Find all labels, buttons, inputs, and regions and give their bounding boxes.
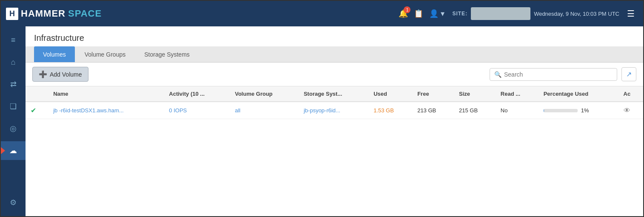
- document-icon-btn[interactable]: 📋: [414, 9, 423, 18]
- user-icon-btn[interactable]: 👤 ▾: [429, 9, 445, 18]
- col-storage-syst: Storage Syst...: [299, 86, 368, 102]
- export-button[interactable]: ↗: [621, 67, 636, 81]
- row-name: jb -r6id-testDSX1.aws.ham...: [48, 102, 164, 119]
- table-header-row: Name Activity (10 ... Volume Group Stora…: [26, 86, 643, 102]
- sidebar-item-shuffle[interactable]: ⇄: [1, 75, 26, 94]
- site-datetime: Wednesday, 9 Nov, 10:03 PM UTC: [534, 11, 619, 17]
- row-status: ✔: [26, 102, 48, 119]
- layers-icon: ❏: [10, 102, 17, 111]
- hamburger-menu[interactable]: ☰: [624, 7, 638, 20]
- col-activity: Activity (10 ...: [164, 86, 230, 102]
- header-icons: 🔔 1 📋 👤 ▾: [399, 9, 445, 18]
- logo-icon: H: [6, 8, 18, 20]
- col-free: Free: [412, 86, 454, 102]
- main-body: ≡ ⌂ ⇄ ❏ ◎ ☁ ⚙ Infrast: [1, 26, 643, 216]
- sidebar-item-settings[interactable]: ⚙: [1, 193, 26, 212]
- row-size: 215 GB: [454, 102, 496, 119]
- row-activity: 0 IOPS: [164, 102, 230, 119]
- size-value: 215 GB: [459, 107, 478, 114]
- notification-bell[interactable]: 🔔 1: [399, 9, 408, 18]
- tab-volume-groups[interactable]: Volume Groups: [76, 46, 135, 62]
- tab-storage-systems[interactable]: Storage Systems: [135, 46, 199, 62]
- status-ok-icon: ✔: [31, 107, 36, 114]
- volume-name-suffix[interactable]: -r6id-testDSX1.aws.ham...: [59, 107, 124, 114]
- storage-syst-link[interactable]: jb-psyop-r6id...: [304, 107, 340, 114]
- col-read: Read ...: [496, 86, 539, 102]
- plus-icon: ➕: [39, 70, 47, 78]
- notification-badge: 1: [404, 6, 410, 13]
- row-percentage: 1%: [539, 102, 618, 119]
- progress-bar-fill: [544, 109, 544, 112]
- col-status: [26, 86, 48, 102]
- logo-hammer: HAMMER: [21, 8, 66, 19]
- row-read: No: [496, 102, 539, 119]
- search-input[interactable]: [504, 71, 613, 78]
- search-box: 🔍: [490, 68, 617, 81]
- row-storage-syst: jb-psyop-r6id...: [299, 102, 368, 119]
- row-used: 1.53 GB: [368, 102, 412, 119]
- col-percentage: Percentage Used: [539, 86, 618, 102]
- col-used: Used: [368, 86, 412, 102]
- storage-icon: ☁: [9, 146, 17, 155]
- sidebar-item-layers[interactable]: ❏: [1, 97, 26, 116]
- view-icon[interactable]: 👁: [624, 107, 630, 114]
- logo-space: SPACE: [68, 8, 102, 19]
- volumes-table: Name Activity (10 ... Volume Group Stora…: [26, 86, 643, 119]
- site-label: SITE:: [452, 11, 467, 17]
- toolbar: ➕ Add Volume 🔍 ↗: [26, 63, 643, 86]
- content-area: Infrastructure Volumes Volume Groups Sto…: [26, 26, 643, 216]
- page-title: Infrastructure: [34, 33, 635, 43]
- sidebar-item-target[interactable]: ◎: [1, 119, 26, 138]
- logo-area: H HAMMER SPACE: [6, 8, 394, 20]
- tab-volumes[interactable]: Volumes: [34, 46, 75, 62]
- col-name: Name: [48, 86, 164, 102]
- free-value: 213 GB: [417, 107, 436, 114]
- menu-icon: ≡: [11, 36, 16, 45]
- tabs-bar: Volumes Volume Groups Storage Systems: [26, 46, 643, 63]
- table-row: ✔ jb -r6id-testDSX1.aws.ham... 0 IOPS al…: [26, 102, 643, 119]
- settings-icon: ⚙: [10, 198, 17, 207]
- export-icon: ↗: [626, 71, 632, 78]
- activity-link[interactable]: 0 IOPS: [169, 107, 187, 114]
- sidebar-item-menu[interactable]: ≡: [1, 31, 26, 49]
- add-volume-label: Add Volume: [50, 71, 82, 78]
- target-icon: ◎: [10, 124, 17, 133]
- shuffle-icon: ⇄: [10, 80, 17, 89]
- percentage-cell: 1%: [544, 107, 613, 114]
- sidebar-item-home[interactable]: ⌂: [1, 53, 26, 71]
- row-actions: 👁: [618, 102, 643, 119]
- active-arrow-indicator: [1, 146, 5, 155]
- site-section: SITE: Wednesday, 9 Nov, 10:03 PM UTC: [452, 7, 619, 20]
- percentage-text: 1%: [581, 107, 589, 114]
- read-value: No: [501, 107, 508, 114]
- col-actions: Ac: [618, 86, 643, 102]
- volume-group-link[interactable]: all: [235, 107, 240, 114]
- top-header: H HAMMER SPACE 🔔 1 📋 👤 ▾ SITE: Wednesday…: [1, 1, 643, 26]
- site-input[interactable]: [471, 7, 530, 20]
- col-volume-group: Volume Group: [230, 86, 299, 102]
- progress-bar-bg: [544, 109, 578, 112]
- sidebar-item-storage[interactable]: ☁: [1, 141, 26, 160]
- search-icon: 🔍: [494, 71, 502, 78]
- add-volume-button[interactable]: ➕ Add Volume: [32, 67, 88, 82]
- row-free: 213 GB: [412, 102, 454, 119]
- row-volume-group: all: [230, 102, 299, 119]
- page-header: Infrastructure: [26, 26, 643, 46]
- col-size: Size: [454, 86, 496, 102]
- sidebar: ≡ ⌂ ⇄ ❏ ◎ ☁ ⚙: [1, 26, 26, 216]
- used-value: 1.53 GB: [373, 107, 394, 114]
- home-icon: ⌂: [11, 58, 16, 67]
- volume-name-link[interactable]: jb: [53, 107, 57, 114]
